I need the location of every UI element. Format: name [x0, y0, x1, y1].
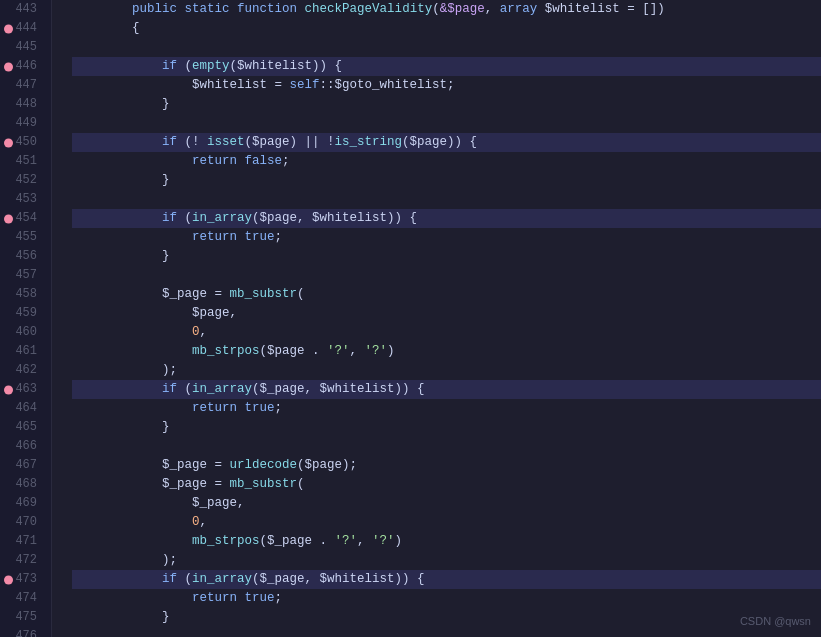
line-number: 443	[0, 0, 43, 19]
watermark: CSDN @qwsn	[740, 615, 811, 627]
line-number: 449	[0, 114, 43, 133]
breakpoint-icon[interactable]	[4, 24, 13, 33]
line-number: 460	[0, 323, 43, 342]
line-number: 470	[0, 513, 43, 532]
code-line: public static function checkPageValidity…	[72, 0, 821, 19]
line-number: 465	[0, 418, 43, 437]
line-number: 458	[0, 285, 43, 304]
code-line: $_page,	[72, 494, 821, 513]
code-line: $whitelist = self::$goto_whitelist;	[72, 76, 821, 95]
line-number: 462	[0, 361, 43, 380]
line-number: 453	[0, 190, 43, 209]
line-number: 461	[0, 342, 43, 361]
code-line: if (in_array($_page, $whitelist)) {	[72, 380, 821, 399]
line-number: 454	[0, 209, 43, 228]
code-line: return true;	[72, 589, 821, 608]
line-number: 452	[0, 171, 43, 190]
code-line: if (in_array($page, $whitelist)) {	[72, 209, 821, 228]
code-line: );	[72, 361, 821, 380]
code-line	[72, 38, 821, 57]
line-number: 466	[0, 437, 43, 456]
line-number: 475	[0, 608, 43, 627]
code-content[interactable]: public static function checkPageValidity…	[64, 0, 821, 637]
line-number: 463	[0, 380, 43, 399]
code-line: {	[72, 19, 821, 38]
code-line: return false;	[72, 152, 821, 171]
line-number: 455	[0, 228, 43, 247]
line-number-gutter: 4434444454464474484494504514524534544554…	[0, 0, 52, 637]
code-line: $_page = urldecode($page);	[72, 456, 821, 475]
code-line: $page,	[72, 304, 821, 323]
line-number: 459	[0, 304, 43, 323]
line-number: 457	[0, 266, 43, 285]
code-line: }	[72, 95, 821, 114]
line-number: 468	[0, 475, 43, 494]
code-line: }	[72, 247, 821, 266]
editor-container: 4434444454464474484494504514524534544554…	[0, 0, 821, 637]
line-number: 447	[0, 76, 43, 95]
breakpoint-gutter	[52, 0, 64, 637]
code-line	[72, 437, 821, 456]
line-number: 469	[0, 494, 43, 513]
line-number: 446	[0, 57, 43, 76]
code-line: $_page = mb_substr(	[72, 475, 821, 494]
breakpoint-icon[interactable]	[4, 575, 13, 584]
line-number: 450	[0, 133, 43, 152]
line-number: 474	[0, 589, 43, 608]
code-line: mb_strpos($page . '?', '?')	[72, 342, 821, 361]
code-line: mb_strpos($_page . '?', '?')	[72, 532, 821, 551]
line-number: 448	[0, 95, 43, 114]
code-line: 0,	[72, 323, 821, 342]
code-line: }	[72, 171, 821, 190]
line-number: 451	[0, 152, 43, 171]
code-line: if (empty($whitelist)) {	[72, 57, 821, 76]
line-number: 456	[0, 247, 43, 266]
code-line	[72, 266, 821, 285]
code-line	[72, 190, 821, 209]
code-line: }	[72, 608, 821, 627]
line-number: 464	[0, 399, 43, 418]
breakpoint-icon[interactable]	[4, 214, 13, 223]
code-line: );	[72, 551, 821, 570]
code-line: if (! isset($page) || !is_string($page))…	[72, 133, 821, 152]
code-line: 0,	[72, 513, 821, 532]
code-line: return true;	[72, 228, 821, 247]
line-number: 445	[0, 38, 43, 57]
breakpoint-icon[interactable]	[4, 385, 13, 394]
code-line: $_page = mb_substr(	[72, 285, 821, 304]
line-number: 472	[0, 551, 43, 570]
line-number: 467	[0, 456, 43, 475]
line-number: 471	[0, 532, 43, 551]
code-line: return true;	[72, 399, 821, 418]
code-line: if (in_array($_page, $whitelist)) {	[72, 570, 821, 589]
code-line: }	[72, 418, 821, 437]
line-number: 444	[0, 19, 43, 38]
code-line	[72, 627, 821, 637]
breakpoint-icon[interactable]	[4, 62, 13, 71]
breakpoint-icon[interactable]	[4, 138, 13, 147]
code-editor: 4434444454464474484494504514524534544554…	[0, 0, 821, 637]
line-number: 473	[0, 570, 43, 589]
line-number: 476	[0, 627, 43, 637]
code-line	[72, 114, 821, 133]
